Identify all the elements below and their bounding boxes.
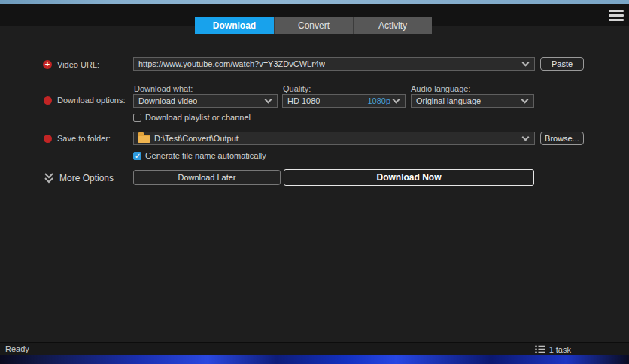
status-bar: Ready 1 task xyxy=(0,342,629,355)
quality-badge: 1080p xyxy=(367,96,394,105)
video-url-label: Video URL: xyxy=(57,60,99,69)
paste-button[interactable]: Paste xyxy=(540,57,584,71)
folder-icon xyxy=(138,135,150,143)
auto-name-checkbox-label[interactable]: Generate file name automatically xyxy=(145,151,266,160)
chevron-down-icon[interactable] xyxy=(393,96,400,103)
audio-language-value: Original language xyxy=(412,96,481,105)
download-now-button[interactable]: Download Now xyxy=(284,169,534,186)
task-list-icon xyxy=(535,344,545,354)
chevron-down-icon[interactable] xyxy=(522,133,530,141)
auto-name-checkbox-row: Generate file name automatically xyxy=(133,151,266,160)
chevron-down-icon[interactable] xyxy=(522,59,530,66)
task-counter[interactable]: 1 task xyxy=(535,344,571,354)
chevron-down-icon[interactable] xyxy=(265,96,272,103)
playlist-checkbox-row: Download playlist or channel xyxy=(133,113,251,122)
desktop-wallpaper-bottom xyxy=(0,355,629,364)
more-options-label[interactable]: More Options xyxy=(59,173,114,184)
hamburger-menu-icon[interactable] xyxy=(609,10,624,21)
quality-value: HD 1080 xyxy=(283,96,320,105)
tab-activity[interactable]: Activity xyxy=(353,17,432,34)
quality-select[interactable]: HD 1080 1080p xyxy=(282,94,406,108)
audio-language-label: Audio language: xyxy=(411,84,471,93)
add-url-icon[interactable]: + xyxy=(43,60,52,69)
download-later-button[interactable]: Download Later xyxy=(133,170,281,185)
download-what-value: Download video xyxy=(134,96,197,105)
save-folder-marker-icon xyxy=(44,135,52,143)
browse-button[interactable]: Browse... xyxy=(540,132,584,145)
download-options-label: Download options: xyxy=(57,96,126,105)
double-chevron-down-icon xyxy=(44,172,54,184)
video-url-value[interactable]: https://www.youtube.com/watch?v=Y3ZDvCWL… xyxy=(134,59,325,68)
download-options-marker-icon xyxy=(44,96,52,105)
playlist-checkbox[interactable] xyxy=(133,114,141,122)
task-count-label: 1 task xyxy=(549,345,571,354)
save-to-folder-label: Save to folder: xyxy=(57,134,111,143)
auto-name-checkbox[interactable] xyxy=(133,152,141,160)
video-url-combobox[interactable]: https://www.youtube.com/watch?v=Y3ZDvCWL… xyxy=(133,57,535,71)
screen: Download Convert Activity + Video URL: h… xyxy=(0,0,629,364)
tab-bar: Download Convert Activity xyxy=(195,17,432,34)
quality-label: Quality: xyxy=(283,84,311,93)
save-folder-combobox[interactable]: D:\Test\Convert\Output xyxy=(133,132,535,145)
more-options-toggle[interactable]: More Options xyxy=(44,172,114,184)
audio-language-select[interactable]: Original language xyxy=(411,94,534,108)
app-window: Download Convert Activity + Video URL: h… xyxy=(0,4,629,355)
playlist-checkbox-label[interactable]: Download playlist or channel xyxy=(145,113,251,122)
tab-convert[interactable]: Convert xyxy=(274,17,353,34)
download-what-label: Download what: xyxy=(134,84,193,93)
tab-download[interactable]: Download xyxy=(195,17,274,34)
save-folder-value[interactable]: D:\Test\Convert\Output xyxy=(150,134,239,143)
download-what-select[interactable]: Download video xyxy=(133,94,278,108)
chevron-down-icon[interactable] xyxy=(521,96,529,103)
status-ready-text: Ready xyxy=(5,344,29,353)
